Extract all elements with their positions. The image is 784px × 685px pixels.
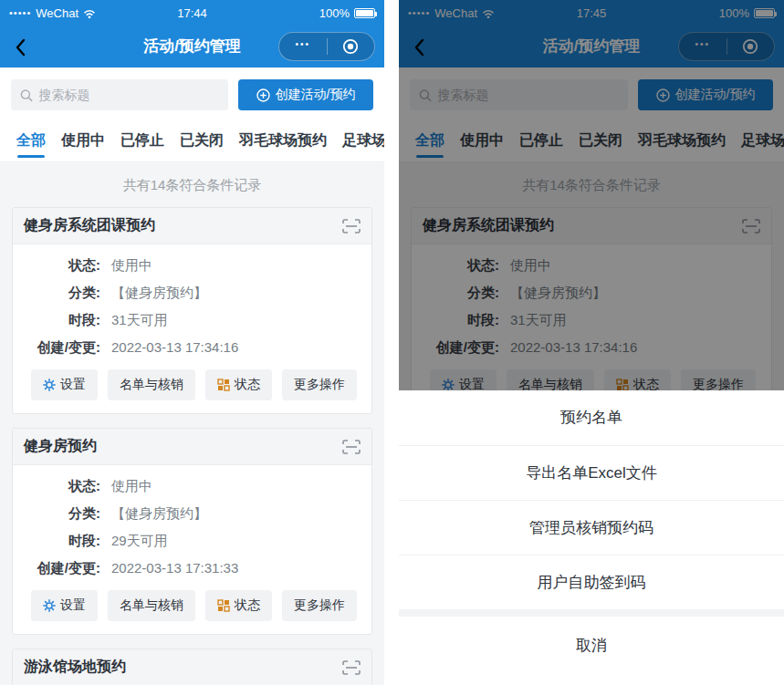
scan-qr-icon[interactable]: [342, 219, 361, 234]
tab-all[interactable]: 全部: [16, 131, 46, 161]
field-label: 状态:: [26, 472, 100, 500]
status-button[interactable]: 状态: [205, 369, 272, 400]
phone-screen-left: ••••• WeChat 17:44 100% 活动/预约管理 •••: [0, 0, 384, 685]
action-sheet-cancel-button[interactable]: 取消: [399, 617, 784, 675]
field-label: 创建/变更:: [26, 555, 100, 582]
create-activity-button[interactable]: 创建活动/预约: [238, 79, 373, 110]
field-value: 使用中: [111, 252, 152, 279]
action-sheet-item-admin-verify-code[interactable]: 管理员核销预约码: [399, 500, 784, 555]
field-label: 时段:: [26, 306, 100, 334]
field-label: 分类:: [26, 279, 100, 306]
more-actions-button[interactable]: 更多操作: [282, 590, 357, 621]
field-value: 2022-03-13 17:31:33: [111, 555, 238, 582]
search-box[interactable]: [11, 79, 228, 110]
reservation-card: 健身房预约 状态:使用中 分类:【健身房预约】 时段:29天可用 创建/变更:2…: [12, 428, 372, 635]
search-icon: [20, 88, 33, 102]
battery-icon: [354, 8, 375, 18]
settings-button[interactable]: 设置: [31, 590, 98, 621]
field-value: 29天可用: [111, 527, 168, 555]
target-icon: [342, 38, 359, 55]
more-menu-button[interactable]: •••: [279, 33, 327, 60]
carrier-label: WeChat: [36, 6, 78, 20]
roster-verify-button[interactable]: 名单与核销: [108, 369, 195, 400]
tab-badminton[interactable]: 羽毛球场预约: [239, 131, 327, 161]
action-sheet-item-self-checkin-code[interactable]: 用户自助签到码: [399, 555, 784, 609]
field-value: 2022-03-13 17:34:16: [111, 334, 238, 361]
card-title: 健身房系统团课预约: [24, 216, 155, 235]
tab-in-use[interactable]: 使用中: [61, 131, 105, 161]
action-sheet: 预约名单 导出名单Excel文件 管理员核销预约码 用户自助签到码 取消: [399, 390, 784, 685]
status-button[interactable]: 状态: [205, 590, 272, 621]
gear-icon: [43, 379, 56, 391]
scan-qr-icon[interactable]: [342, 660, 361, 675]
tab-stopped[interactable]: 已停止: [120, 131, 164, 161]
field-value: 使用中: [111, 472, 152, 500]
reservation-card: 游泳馆场地预约: [12, 649, 372, 685]
result-count: 共有14条符合条件记录: [0, 162, 384, 207]
field-value: 【健身房预约】: [111, 279, 207, 306]
tab-football[interactable]: 足球场: [342, 131, 384, 161]
ellipsis-icon: •••: [295, 40, 310, 53]
tab-closed[interactable]: 已关闭: [180, 131, 224, 161]
field-label: 创建/变更:: [26, 334, 100, 361]
card-title: 健身房预约: [24, 437, 97, 456]
more-actions-button[interactable]: 更多操作: [282, 369, 357, 400]
signal-strength-icon: •••••: [9, 8, 31, 18]
phone-screen-right: ••••• WeChat 17:45 100% 活动/预约管理 •••: [399, 0, 784, 685]
field-label: 状态:: [26, 252, 100, 279]
status-grid-icon: [217, 379, 230, 391]
screenshot-canvas: ••••• WeChat 17:44 100% 活动/预约管理 •••: [0, 0, 784, 685]
field-label: 分类:: [26, 500, 100, 527]
field-label: 时段:: [26, 527, 100, 555]
miniprogram-capsule: •••: [278, 32, 375, 61]
field-value: 31天可用: [111, 306, 168, 334]
chevron-left-icon: [16, 38, 26, 57]
field-value: 【健身房预约】: [111, 500, 207, 527]
plus-circle-icon: [256, 88, 270, 102]
wifi-icon: [83, 8, 96, 18]
filter-tabs: 全部 使用中 已停止 已关闭 羽毛球场预约 足球场: [0, 122, 384, 162]
reservation-card: 健身房系统团课预约 状态:使用中 分类:【健身房预约】 时段:31天可用 创建/…: [12, 207, 372, 414]
action-sheet-item-reservation-list[interactable]: 预约名单: [399, 390, 784, 445]
roster-verify-button[interactable]: 名单与核销: [108, 590, 195, 621]
status-bar: ••••• WeChat 17:44 100%: [0, 0, 384, 26]
action-sheet-divider: [399, 609, 784, 617]
scan-qr-icon[interactable]: [342, 440, 361, 454]
action-sheet-item-export-excel[interactable]: 导出名单Excel文件: [399, 445, 784, 500]
nav-bar: 活动/预约管理 •••: [0, 26, 384, 67]
status-grid-icon: [217, 599, 230, 612]
battery-percent: 100%: [319, 6, 350, 20]
clock: 17:44: [177, 6, 207, 20]
close-miniprogram-button[interactable]: [328, 33, 375, 60]
gear-icon: [43, 599, 56, 612]
back-button[interactable]: [9, 36, 31, 58]
card-title: 游泳馆场地预约: [24, 658, 126, 677]
search-input[interactable]: [39, 88, 219, 102]
settings-button[interactable]: 设置: [31, 369, 98, 400]
toolbar: 创建活动/预约: [0, 67, 384, 122]
